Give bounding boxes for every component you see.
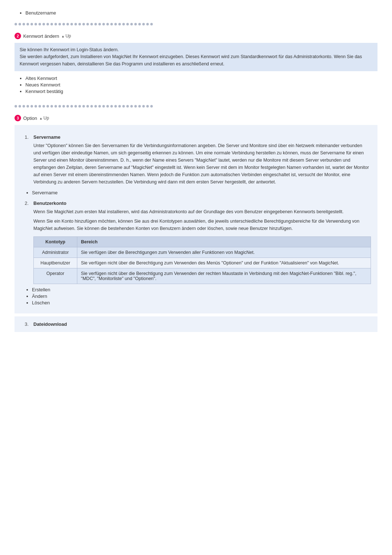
- section2-list-item-2: Neues Kennwort: [25, 82, 377, 88]
- section2-header: 2 Kennwort ändern Up: [15, 33, 377, 39]
- top-list-item-1: Benutzername: [25, 10, 377, 16]
- section2-list-item-1: Altes Kennwort: [25, 76, 377, 81]
- subsection1-num: 1.: [25, 134, 33, 140]
- table-desc-haupt: Sie verfügen nicht über die Berechtigung…: [77, 258, 371, 268]
- section2-info-text: Sie können Ihr Kennwort im Login-Status …: [20, 47, 362, 66]
- table-type-operator: Operator: [34, 268, 77, 284]
- subsection1-body: Unter "Optionen" können Sie den Serverna…: [21, 142, 371, 186]
- subsection2-bullet-1: Erstellen: [32, 287, 371, 292]
- subsection3-title: Dateidownload: [33, 321, 67, 327]
- subsection2-bullets: Erstellen Ändern Löschen: [21, 287, 371, 305]
- section2-up-link[interactable]: Up: [61, 33, 71, 39]
- subsection1-title: Servername: [33, 134, 60, 140]
- section2-list-item-3: Kennwort bestätig: [25, 89, 377, 94]
- section2-bullet-list: Altes Kennwort Neues Kennwort Kennwort b…: [15, 76, 377, 94]
- table-row-operator: Operator Sie verfügen nicht über die Ber…: [34, 268, 371, 284]
- subsection3-num: 3.: [25, 321, 33, 327]
- subsection2-bullet-2: Ändern: [32, 293, 371, 299]
- subsection3-header: 3. Dateidownload: [21, 321, 371, 327]
- subsection2-body1: Wenn Sie MagicNet zum ersten Mal install…: [33, 208, 371, 215]
- table-type-admin: Administrator: [34, 247, 77, 258]
- subsection2-num: 2.: [25, 200, 33, 206]
- subsection2-header: 2. Benutzerkonto: [21, 200, 371, 206]
- section3-dateidownload-block: 3. Dateidownload: [15, 316, 377, 332]
- subsection1-text: Unter "Optionen" können Sie den Serverna…: [33, 142, 371, 186]
- subsection1-bullets: Servername: [21, 190, 371, 195]
- subsection1-header: 1. Servername: [21, 134, 371, 140]
- section2-badge: 2: [15, 33, 21, 39]
- section3-title: Option: [23, 116, 37, 121]
- section3-header: 3 Option Up: [15, 115, 377, 121]
- subsection2-body2: Wenn Sie ein Konto hinzufügen möchten, k…: [33, 218, 371, 232]
- section2-info-box: Sie können Ihr Kennwort im Login-Status …: [15, 43, 377, 71]
- section3-up-link[interactable]: Up: [39, 116, 49, 121]
- account-table-wrapper: Kontotyp Bereich Administrator Sie verfü…: [21, 236, 371, 284]
- table-row-hauptbenutzer: Hauptbenutzer Sie verfügen nicht über di…: [34, 258, 371, 268]
- subsection2-bullet-3: Löschen: [32, 300, 371, 305]
- section3-badge: 3: [15, 115, 21, 121]
- subsection2-title: Benutzerkonto: [33, 200, 66, 206]
- subsection1-bullet-1: Servername: [32, 190, 371, 195]
- subsection2-body: Wenn Sie MagicNet zum ersten Mal install…: [21, 208, 371, 232]
- subsection1: 1. Servername Unter "Optionen" können Si…: [21, 134, 371, 186]
- divider-1: [15, 23, 377, 25]
- table-row-administrator: Administrator Sie verfügen über die Bere…: [34, 247, 371, 258]
- section2-title: Kennwort ändern: [23, 33, 59, 39]
- account-table: Kontotyp Bereich Administrator Sie verfü…: [33, 236, 371, 284]
- divider-2: [15, 105, 377, 108]
- table-type-haupt: Hauptbenutzer: [34, 258, 77, 268]
- table-desc-admin: Sie verfügen über die Berechtigungen zum…: [77, 247, 371, 258]
- table-header-area: Bereich: [77, 237, 371, 247]
- subsection2: 2. Benutzerkonto Wenn Sie MagicNet zum e…: [21, 200, 371, 232]
- table-desc-operator: Sie verfügen nicht über die Berechtigung…: [77, 268, 371, 284]
- section3-block: 1. Servername Unter "Optionen" können Si…: [15, 125, 377, 313]
- top-bullet-list: Benutzername: [15, 10, 377, 16]
- table-header-type: Kontotyp: [34, 237, 77, 247]
